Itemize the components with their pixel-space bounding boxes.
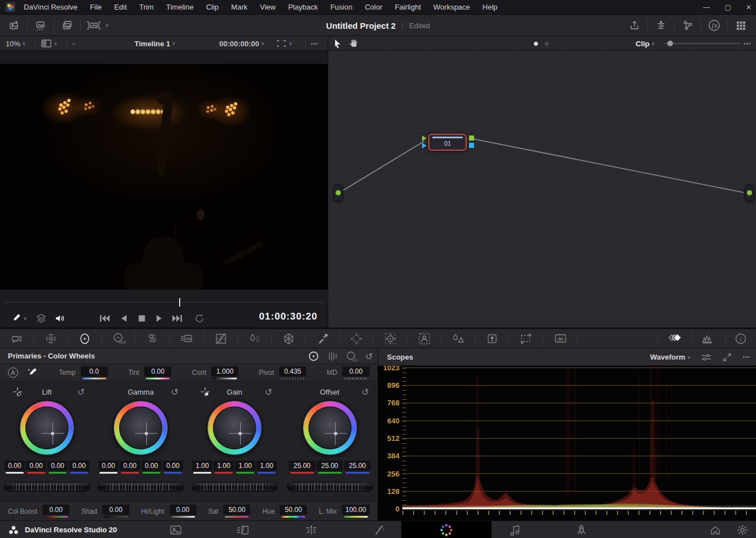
pivot-value[interactable]: 0.435 bbox=[279, 366, 306, 377]
wheels-mode-icon[interactable] bbox=[308, 351, 319, 362]
share-icon[interactable] bbox=[625, 18, 644, 33]
page-media[interactable] bbox=[156, 521, 195, 538]
offset-reset-icon[interactable]: ↺ bbox=[362, 386, 369, 399]
gain-master-wheel[interactable] bbox=[192, 482, 277, 492]
gamma-reset-icon[interactable]: ↺ bbox=[171, 386, 179, 399]
mute-icon[interactable] bbox=[53, 312, 67, 325]
stop-button[interactable] bbox=[134, 312, 149, 325]
sizing-tab[interactable] bbox=[509, 329, 543, 348]
tint-value[interactable]: 0.00 bbox=[144, 366, 171, 377]
gain-green-value[interactable]: 1.00 bbox=[235, 461, 255, 471]
unmix-icon[interactable] bbox=[34, 312, 49, 325]
lift-reset-icon[interactable]: ↺ bbox=[77, 386, 85, 399]
info-panel-tab[interactable]: i bbox=[725, 329, 756, 348]
gamma-green-value[interactable]: 0.00 bbox=[141, 461, 162, 471]
grab-color-picker[interactable]: ∨ bbox=[9, 312, 28, 325]
viewer-options-menu[interactable]: ••• bbox=[311, 36, 319, 51]
scrub-track[interactable] bbox=[5, 302, 323, 303]
loop-button[interactable] bbox=[192, 312, 207, 325]
go-to-end-button[interactable] bbox=[170, 312, 185, 325]
minimize-button[interactable]: — bbox=[703, 3, 710, 11]
menu-fusion[interactable]: Fusion bbox=[324, 3, 359, 11]
lift-color-wheel[interactable] bbox=[20, 401, 74, 455]
gamma-red-value[interactable]: 0.00 bbox=[120, 461, 140, 471]
node-graph-panel[interactable]: 01 bbox=[328, 51, 756, 327]
key-input-port[interactable] bbox=[422, 143, 427, 148]
project-settings-icon[interactable] bbox=[737, 524, 748, 536]
node-pan-tool[interactable] bbox=[349, 36, 359, 51]
output-node[interactable] bbox=[745, 185, 754, 202]
white-balance-picker-icon[interactable] bbox=[26, 367, 38, 378]
page-color-active[interactable] bbox=[401, 521, 492, 538]
gain-master-value[interactable]: 1.00 bbox=[192, 461, 212, 471]
auto-balance-icon[interactable]: A bbox=[8, 368, 18, 378]
openfx-panel-icon[interactable]: ƒx bbox=[705, 18, 724, 33]
camera-raw-tab[interactable] bbox=[0, 329, 34, 348]
menu-playback[interactable]: Playback bbox=[282, 3, 324, 11]
node-zoom-slider[interactable] bbox=[664, 36, 740, 51]
saturation-value[interactable]: 50.00 bbox=[223, 505, 250, 515]
gamma-blue-value[interactable]: 0.00 bbox=[163, 461, 183, 471]
color-match-tab[interactable] bbox=[34, 329, 68, 348]
menu-help[interactable]: Help bbox=[476, 3, 504, 11]
rgb-output-port[interactable] bbox=[469, 135, 474, 141]
lift-blue-value[interactable]: 0.00 bbox=[69, 461, 89, 471]
scope-type-select[interactable]: Waveform ∨ bbox=[650, 353, 691, 361]
lift-master-wheel[interactable] bbox=[4, 482, 90, 492]
gain-color-wheel[interactable] bbox=[207, 401, 262, 455]
playhead[interactable] bbox=[179, 298, 180, 307]
temp-value[interactable]: 0.0 bbox=[81, 366, 108, 377]
gamma-wheel-surface[interactable] bbox=[119, 406, 162, 449]
close-button[interactable]: ✕ bbox=[746, 3, 751, 11]
lift-red-value[interactable]: 0.00 bbox=[26, 461, 46, 471]
menu-timeline[interactable]: Timeline bbox=[160, 3, 200, 11]
hdr-grade-tab[interactable]: HDR bbox=[102, 329, 136, 348]
mesh-warp-tab[interactable] bbox=[272, 329, 306, 348]
maximize-button[interactable]: ▢ bbox=[725, 3, 731, 11]
luma-mix-value[interactable]: 100.00 bbox=[342, 505, 370, 515]
magic-mask-tab[interactable] bbox=[407, 329, 441, 348]
menu-trim[interactable]: Trim bbox=[133, 3, 160, 11]
curves-tab[interactable] bbox=[204, 329, 238, 348]
offset-blue-value[interactable]: 25.00 bbox=[344, 461, 371, 471]
gain-blue-value[interactable]: 1.00 bbox=[257, 461, 277, 471]
layout-presets-icon[interactable] bbox=[651, 18, 671, 33]
highlights-value[interactable]: 0.00 bbox=[170, 505, 197, 515]
clip-scrubber[interactable] bbox=[0, 290, 328, 309]
gamma-master-value[interactable]: 0.00 bbox=[98, 461, 119, 471]
menu-view[interactable]: View bbox=[254, 3, 282, 11]
source-node[interactable] bbox=[333, 185, 343, 202]
page-fusion[interactable] bbox=[360, 521, 399, 538]
gain-red-value[interactable]: 1.00 bbox=[214, 461, 234, 471]
color-boost-value[interactable]: 0.00 bbox=[42, 505, 69, 515]
viewer-zoom-select[interactable]: 10%∨ bbox=[6, 36, 26, 51]
page-edit[interactable] bbox=[292, 521, 331, 538]
rgb-input-port[interactable] bbox=[422, 135, 427, 141]
offset-green-value[interactable]: 25.00 bbox=[316, 461, 343, 471]
key-output-port[interactable] bbox=[469, 143, 474, 148]
scope-options-menu[interactable]: ••• bbox=[742, 354, 750, 360]
menu-clip[interactable]: Clip bbox=[200, 3, 225, 11]
color-wheels-tab[interactable] bbox=[68, 329, 102, 348]
nodes-panel-icon[interactable] bbox=[678, 18, 697, 33]
menu-mark[interactable]: Mark bbox=[225, 3, 254, 11]
chevron-down-icon[interactable]: ∨ bbox=[105, 23, 109, 28]
gallery-stills-button[interactable] bbox=[31, 18, 50, 33]
offset-wheel-surface[interactable] bbox=[309, 406, 351, 449]
hue-value[interactable]: 50.00 bbox=[280, 505, 307, 515]
node-mode-select[interactable]: Clip ∨ bbox=[636, 36, 655, 51]
midtone-detail-value[interactable]: 0.00 bbox=[342, 366, 370, 377]
split-screen-button[interactable] bbox=[84, 18, 103, 33]
node-options-menu[interactable]: ••• bbox=[744, 36, 751, 51]
color-slice-tab[interactable] bbox=[136, 329, 170, 348]
scope-expand-icon[interactable] bbox=[722, 352, 732, 362]
scope-settings-icon[interactable] bbox=[701, 352, 712, 362]
motion-effects-tab[interactable] bbox=[170, 329, 203, 348]
viewer-timecode[interactable]: 00:00:00:00 ∨ bbox=[219, 36, 264, 51]
menu-file[interactable]: File bbox=[84, 3, 108, 11]
gallery-page-dots[interactable] bbox=[534, 36, 549, 51]
qualifier-tab[interactable] bbox=[306, 329, 340, 348]
power-window-tab[interactable] bbox=[340, 329, 373, 348]
play-reverse-button[interactable] bbox=[116, 312, 131, 325]
wipe-mode-select[interactable]: ∨ bbox=[41, 36, 58, 51]
